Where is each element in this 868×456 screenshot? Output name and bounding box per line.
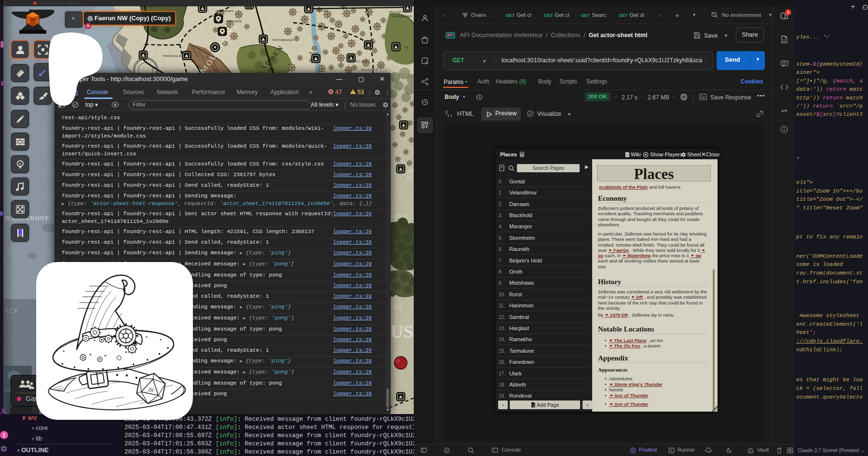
svg-text:20: 20 (30, 17, 35, 22)
svg-text:SILVERSPIRE: SILVERSPIRE (392, 14, 412, 18)
svg-text:ENTSBRIDGE: ENTSBRIDGE (272, 38, 294, 42)
svg-text:OC: OC (405, 45, 409, 49)
svg-text:ALLS OF T: ALLS OF T (361, 68, 378, 72)
svg-text:ONTBERRY: ONTBERRY (216, 9, 233, 13)
svg-text:ARTAN: ARTAN (316, 9, 327, 13)
svg-text:THANDALH: THANDALH (163, 54, 181, 58)
svg-text:ELLARD: ELLARD (355, 59, 368, 63)
